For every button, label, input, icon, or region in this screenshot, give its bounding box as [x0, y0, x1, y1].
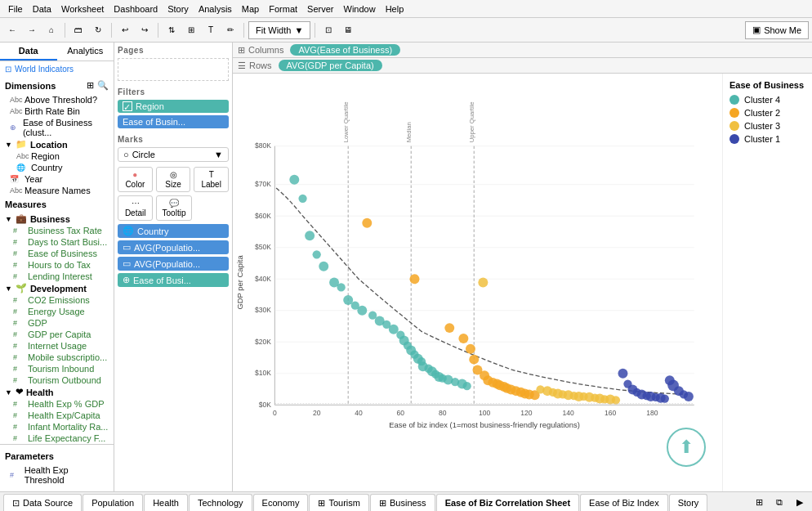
menu-format[interactable]: Format — [264, 4, 302, 14]
legend-item-cluster3[interactable]: Cluster 3 — [729, 121, 805, 131]
legend-item-cluster2[interactable]: Cluster 2 — [729, 108, 805, 118]
duplicate-sheet-button[interactable]: ⧉ — [770, 494, 788, 512]
dim-birth-rate-bin[interactable]: Abc Birth Rate Bin — [0, 105, 114, 117]
dot-orange-3[interactable] — [444, 323, 454, 333]
measure-gdp-per-capita[interactable]: # GDP per Capita — [0, 329, 114, 340]
tab-analytics[interactable]: Analytics — [57, 43, 114, 61]
filter-checkbox-region[interactable]: ✓ — [123, 101, 132, 111]
dot-teal-7[interactable] — [337, 283, 346, 291]
measure-life-expectancy[interactable]: # Life Expectancy F... — [0, 433, 114, 444]
legend-item-cluster1[interactable]: Cluster 1 — [729, 134, 805, 144]
filter-ease-business[interactable]: Ease of Busin... — [118, 115, 229, 128]
menu-data[interactable]: Data — [28, 4, 56, 14]
tab-business[interactable]: ⊞ Business — [370, 494, 435, 511]
fit-width-button[interactable]: Fit Width ▼ — [248, 21, 310, 39]
marks-pill-avg-pop-2[interactable]: ▭ AVG(Populatio... — [118, 257, 229, 271]
dot-orange-2[interactable] — [409, 274, 419, 284]
menu-map[interactable]: Map — [237, 4, 264, 14]
dot-orange-6[interactable] — [469, 355, 479, 365]
toolbar-new-datasource[interactable]: 🗃 — [69, 21, 87, 39]
toolbar-home[interactable]: ⌂ — [42, 21, 60, 39]
measure-business-tax-rate[interactable]: # Business Tax Rate — [0, 225, 114, 236]
toolbar-undo[interactable]: ↩ — [116, 21, 134, 39]
toolbar-group[interactable]: ⊞ — [182, 21, 200, 39]
dim-ease-business-cluster[interactable]: ⊕ Ease of Business (clust... — [0, 117, 114, 138]
marks-pill-ease-biz[interactable]: ⊕ Ease of Busi... — [118, 273, 229, 287]
dot-yellow-16[interactable] — [612, 396, 620, 404]
toolbar-refresh[interactable]: ↻ — [89, 21, 107, 39]
rows-pill[interactable]: AVG(GDP per Capita) — [279, 60, 382, 71]
dot-teal-3[interactable] — [305, 231, 315, 240]
dot-yellow-1[interactable] — [478, 278, 488, 288]
marks-label-btn[interactable]: T Label — [194, 167, 229, 192]
measure-internet[interactable]: # Internet Usage — [0, 340, 114, 352]
tab-settings-button[interactable]: ▶ — [791, 494, 809, 512]
tab-technology[interactable]: Technology — [189, 494, 252, 511]
tab-health[interactable]: Health — [144, 494, 188, 511]
dot-orange-5[interactable] — [466, 344, 475, 354]
dot-teal-1[interactable] — [289, 175, 299, 185]
data-source-item[interactable]: ⊡ World Indicators — [0, 61, 114, 77]
menu-help[interactable]: Help — [381, 4, 409, 14]
measure-days-to-start[interactable]: # Days to Start Busi... — [0, 236, 114, 248]
dim-country[interactable]: 🌐 Country — [0, 162, 114, 173]
show-me-button[interactable]: ▣ Show Me — [745, 21, 809, 39]
toolbar-redo[interactable]: ↪ — [136, 21, 154, 39]
filter-region[interactable]: ✓ Region — [118, 100, 229, 113]
tab-ease-biz-index[interactable]: Ease of Biz Index — [580, 494, 668, 511]
tab-data-source[interactable]: ⊡ Data Source — [3, 494, 82, 511]
menu-story[interactable]: Story — [163, 4, 194, 14]
measure-tourism-inbound[interactable]: # Tourism Inbound — [0, 363, 114, 374]
dot-navy-10[interactable] — [661, 394, 669, 402]
dot-teal-2[interactable] — [298, 195, 306, 203]
dot-orange-4[interactable] — [458, 334, 468, 343]
tab-population[interactable]: Population — [83, 494, 143, 511]
dot-navy-1[interactable] — [618, 369, 627, 379]
tab-story[interactable]: Story — [669, 494, 708, 511]
marks-tooltip-btn[interactable]: 💬 Tooltip — [156, 195, 191, 221]
marks-size-btn[interactable]: ◎ Size — [156, 167, 191, 192]
measure-hours-tax[interactable]: # Hours to do Tax — [0, 259, 114, 271]
dot-teal-4[interactable] — [313, 250, 321, 258]
toolbar-label[interactable]: T — [202, 21, 220, 39]
measure-tourism-outbound[interactable]: # Tourism Outbound — [0, 374, 114, 386]
dim-region[interactable]: Abc Region — [0, 150, 114, 162]
toolbar-forward[interactable]: → — [23, 21, 41, 39]
toolbar-device[interactable]: 🖥 — [339, 21, 357, 39]
measure-health-exp-capita[interactable]: # Health Exp/Capita — [0, 410, 114, 421]
dim-measure-names[interactable]: Abc Measure Names — [0, 185, 114, 196]
marks-color-btn[interactable]: ● Color — [118, 167, 153, 192]
tab-data[interactable]: Data — [0, 43, 57, 61]
measure-energy[interactable]: # Energy Usage — [0, 306, 114, 317]
menu-server[interactable]: Server — [302, 4, 338, 14]
measure-ease-of-business[interactable]: # Ease of Business — [0, 248, 114, 259]
dot-teal-5[interactable] — [319, 262, 328, 271]
tab-ease-biz-correlation[interactable]: Ease of Biz Correlation Sheet — [436, 494, 579, 511]
marks-pill-country[interactable]: 🌐 Country — [118, 224, 229, 238]
menu-worksheet[interactable]: Worksheet — [56, 4, 109, 14]
new-sheet-button[interactable]: ⊞ — [750, 494, 768, 512]
dot-orange-1[interactable] — [362, 218, 372, 228]
dot-teal-31[interactable] — [463, 382, 471, 390]
dimensions-search-icon[interactable]: 🔍 — [97, 80, 109, 91]
legend-item-cluster4[interactable]: Cluster 4 — [729, 95, 805, 105]
dim-year[interactable]: 📅 Year — [0, 173, 114, 185]
measure-health-exp-gdp[interactable]: # Health Exp % GDP — [0, 398, 114, 410]
measure-lending-interest[interactable]: # Lending Interest — [0, 271, 114, 282]
menu-file[interactable]: File — [3, 4, 28, 14]
measure-group-development[interactable]: ▼ 🌱 Development — [0, 282, 114, 294]
measure-mobile[interactable]: # Mobile subscriptio... — [0, 352, 114, 363]
measure-gdp[interactable]: # GDP — [0, 317, 114, 329]
dimensions-grid-icon[interactable]: ⊞ — [87, 80, 94, 91]
marks-type-selector[interactable]: ○ Circle ▼ — [118, 147, 229, 162]
tab-economy[interactable]: Economy — [253, 494, 309, 511]
marks-detail-btn[interactable]: ⋯ Detail — [118, 195, 153, 221]
dot-teal-10[interactable] — [357, 306, 367, 316]
columns-pill[interactable]: AVG(Ease of Business) — [290, 44, 400, 56]
dim-group-location[interactable]: ▼ 📁 Location — [0, 138, 114, 150]
toolbar-format[interactable]: ✏ — [221, 21, 239, 39]
toolbar-fix[interactable]: ⊡ — [319, 21, 337, 39]
measure-group-health[interactable]: ▼ ❤ Health — [0, 386, 114, 398]
tab-tourism[interactable]: ⊞ Tourism — [309, 494, 369, 511]
toolbar-sort[interactable]: ⇅ — [163, 21, 181, 39]
